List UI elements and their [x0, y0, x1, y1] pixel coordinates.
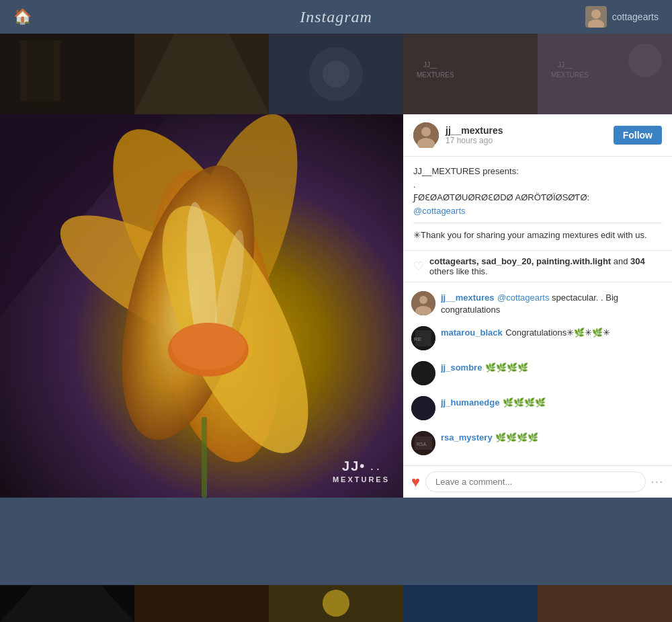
likes-text: cottagearts, sad_boy_20, painting.with.l…: [429, 256, 662, 276]
like-button[interactable]: ♥: [411, 473, 420, 491]
comment-text-5: 🌿🌿🌿🌿: [495, 432, 538, 442]
svg-rect-55: [538, 585, 672, 622]
comments-list: jj__mextures @cottagearts spectacular. .…: [403, 282, 672, 466]
likes-count: 304: [630, 256, 645, 266]
svg-point-0: [591, 9, 601, 19]
commenter-name-1[interactable]: jj__mextures: [441, 293, 495, 303]
caption-divider: [413, 223, 662, 223]
watermark: JJ• • • MEXTURES: [333, 457, 390, 484]
strip-thumb-2[interactable]: [134, 34, 269, 114]
like-heart-icon: ♡: [413, 259, 424, 274]
comment-input[interactable]: [425, 471, 646, 492]
post-header: jj__mextures 17 hours ago Follow: [403, 114, 672, 157]
likes-others: others like this.: [429, 266, 488, 276]
svg-point-35: [419, 296, 427, 304]
commenter-name-4[interactable]: jj_humanedge: [441, 397, 499, 407]
post-author-avatar: [413, 122, 439, 148]
comment-item: jj_sombre 🌿🌿🌿🌿: [403, 356, 672, 391]
user-area: cottagearts: [585, 6, 659, 28]
comment-body-1: jj__mextures @cottagearts spectacular. .…: [441, 291, 664, 315]
post-user-info: jj__mextures 17 hours ago: [446, 125, 607, 145]
svg-point-53: [323, 590, 349, 617]
user-avatar: [585, 6, 607, 28]
comment-item: RSA rsa_mystery 🌿🌿🌿🌿: [403, 426, 672, 461]
bottom-thumb-2[interactable]: [134, 585, 269, 622]
commenter-name-2[interactable]: matarou_black: [441, 327, 503, 338]
follow-button[interactable]: Follow: [614, 126, 662, 145]
comment-body-5: rsa_mystery 🌿🌿🌿🌿: [441, 431, 664, 443]
comment-body-2: matarou_black Congratulations✳🌿✳🌿✳: [441, 326, 664, 338]
comment-panel: jj__mextures 17 hours ago Follow JJ__MEX…: [403, 114, 672, 498]
commenter-avatar-2: RE: [411, 326, 435, 350]
caption-line1: JJ__MEXTURES presents:: [413, 165, 662, 178]
svg-rect-51: [134, 585, 269, 622]
bottom-thumb-3[interactable]: [269, 585, 403, 622]
bottom-thumb-1[interactable]: [0, 585, 134, 622]
comment-item: jj__mextures @cottagearts spectacular. .…: [403, 286, 672, 321]
comment-item: RE matarou_black Congratulations✳🌿✳🌿✳: [403, 321, 672, 356]
svg-text:MEXTURES: MEXTURES: [417, 71, 454, 79]
svg-rect-30: [0, 114, 403, 498]
svg-text:JJ__: JJ__: [423, 61, 438, 69]
bottom-thumb-4[interactable]: [403, 585, 538, 622]
commenter-avatar-4: [411, 396, 435, 420]
svg-point-16: [628, 44, 662, 77]
caption-mention[interactable]: @cottagearts: [413, 204, 662, 218]
svg-point-32: [421, 127, 431, 137]
svg-point-9: [323, 61, 349, 87]
strip-thumb-3[interactable]: [269, 34, 403, 114]
svg-text:RE: RE: [414, 336, 421, 342]
comment-body-3: jj_sombre 🌿🌿🌿🌿: [441, 361, 664, 373]
main-photo: JJ• • • MEXTURES: [0, 114, 403, 498]
comment-text-2: Congratulations✳🌿✳🌿✳: [505, 327, 610, 338]
svg-text:MEXTURES: MEXTURES: [551, 71, 589, 79]
svg-point-41: [411, 396, 435, 420]
panel-scroll[interactable]: JJ__MEXTURES presents: . ƑØƐØAØTØUØRØƐØD…: [403, 157, 672, 465]
home-icon[interactable]: 🏠: [13, 8, 32, 26]
svg-text:JJ__: JJ__: [558, 61, 573, 69]
strip-thumb-4[interactable]: JJ__ MEXTURES: [403, 34, 538, 114]
svg-text:RSA: RSA: [417, 442, 427, 446]
main-content: JJ• • • MEXTURES jj__mextures 17 hours a…: [0, 114, 672, 585]
svg-rect-4: [27, 37, 54, 104]
comment-text-3: 🌿🌿🌿🌿: [485, 362, 528, 373]
comment-item: marshbaba Congrats @cottagearts! Beautif…: [403, 461, 672, 466]
bottom-thumb-5[interactable]: [538, 585, 672, 622]
commenter-avatar-1: [411, 291, 435, 315]
brand-logo: Instagram: [300, 8, 372, 26]
caption-line2: ƑØƐØAØTØUØRØƐØDØ AØRÖƬØÏØSØƬØ:: [413, 191, 662, 204]
svg-point-1: [588, 20, 604, 28]
more-options-button[interactable]: ···: [651, 476, 664, 488]
likes-bar: ♡ cottagearts, sad_boy_20, painting.with…: [403, 251, 672, 282]
caption-thanks: ✳Thank you for sharing your amazing mext…: [413, 229, 662, 242]
top-photo-strip: JJ__ MEXTURES JJ__ MEXTURES: [0, 34, 672, 114]
comment-item: jj_humanedge 🌿🌿🌿🌿: [403, 391, 672, 426]
bottom-strip: [0, 585, 672, 622]
strip-thumb-1[interactable]: [0, 34, 134, 114]
comment-input-bar: ♥ ···: [403, 465, 672, 498]
commenter-avatar-3: [411, 361, 435, 385]
strip-thumb-5[interactable]: JJ__ MEXTURES: [538, 34, 672, 114]
likers-names[interactable]: cottagearts, sad_boy_20, painting.with.l…: [429, 256, 611, 266]
nav-username[interactable]: cottagearts: [612, 11, 659, 22]
commenter-name-5[interactable]: rsa_mystery: [441, 432, 493, 442]
post-time: 17 hours ago: [446, 136, 607, 145]
commenter-name-3[interactable]: jj_sombre: [441, 362, 482, 373]
post-username[interactable]: jj__mextures: [446, 125, 607, 136]
svg-point-40: [411, 361, 435, 385]
top-nav: 🏠 Instagram cottagearts: [0, 0, 672, 34]
comment-text-4: 🌿🌿🌿🌿: [503, 397, 546, 407]
svg-rect-54: [403, 585, 538, 622]
post-caption: JJ__MEXTURES presents: . ƑØƐØAØTØUØRØƐØD…: [403, 157, 672, 251]
comment-body-4: jj_humanedge 🌿🌿🌿🌿: [441, 396, 664, 408]
caption-dot: .: [413, 178, 662, 192]
commenter-avatar-5: RSA: [411, 431, 435, 455]
